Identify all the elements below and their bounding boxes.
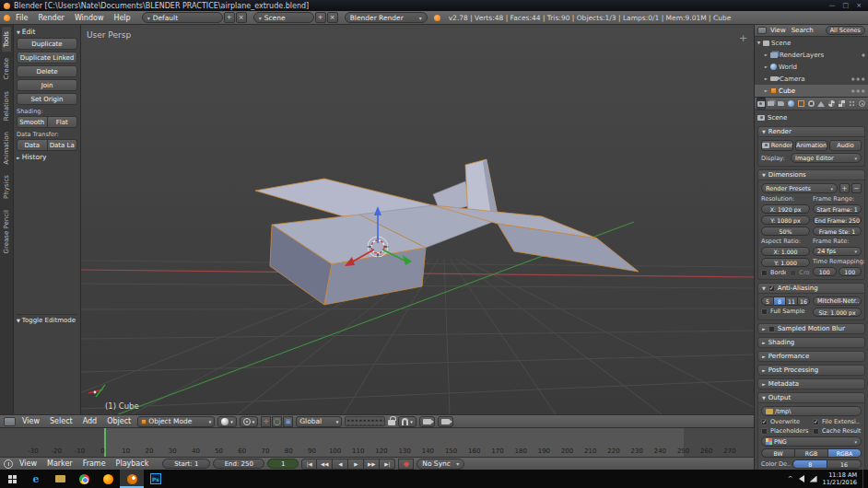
rotate-manipulator-toggle[interactable]: ◯ bbox=[272, 416, 282, 427]
aa-samples-16-button[interactable]: 16 bbox=[798, 296, 810, 306]
placeholders-checkbox[interactable]: Placeholders bbox=[761, 427, 810, 435]
timeline-marker-menu[interactable]: Marker bbox=[43, 459, 76, 468]
editor-type-3dview-icon[interactable] bbox=[4, 417, 16, 426]
record-button[interactable]: ● bbox=[398, 459, 414, 470]
snap-toggle[interactable]: ▾ bbox=[398, 416, 416, 427]
output-path-field[interactable]: /tmp\ bbox=[761, 406, 862, 416]
shade-flat-button[interactable]: Flat bbox=[48, 116, 78, 128]
visibility-toggles[interactable] bbox=[850, 88, 866, 94]
start-frame-field[interactable]: Start: 1 bbox=[162, 459, 210, 469]
end-frame-field[interactable]: End Frame: 250 bbox=[813, 215, 862, 225]
play-reverse-button[interactable]: ◀ bbox=[333, 459, 348, 470]
shade-smooth-button[interactable]: Smooth bbox=[17, 116, 48, 128]
tab-object-data[interactable] bbox=[816, 98, 826, 110]
output-panel-header[interactable]: ▼ Output bbox=[757, 392, 865, 403]
transform-orientation-selector[interactable]: Global ▾ bbox=[296, 416, 342, 427]
remap-old-field[interactable]: 100 bbox=[813, 267, 837, 276]
color-bw-button[interactable]: BW bbox=[761, 448, 795, 458]
show-desktop-button[interactable] bbox=[862, 470, 866, 488]
taskbar-chrome[interactable] bbox=[72, 470, 96, 488]
aa-samples-11-button[interactable]: 11 bbox=[786, 296, 798, 306]
tab-physics[interactable]: Physics bbox=[2, 170, 11, 203]
taskbar-blender[interactable] bbox=[120, 470, 144, 488]
outliner-search-menu[interactable]: Search bbox=[790, 27, 815, 34]
aspect-y-field[interactable]: Y: 1.000 bbox=[761, 258, 810, 267]
anti-aliasing-checkbox[interactable]: ✓ bbox=[768, 285, 775, 292]
current-frame-field[interactable]: 1 bbox=[267, 459, 299, 469]
taskbar-edge[interactable]: e bbox=[24, 470, 48, 488]
renderability-toggle[interactable] bbox=[861, 52, 866, 58]
opengl-render-button[interactable] bbox=[419, 416, 435, 427]
tab-grease-pencil[interactable]: Grease Pencil bbox=[2, 205, 11, 258]
render-presets-dropdown[interactable]: Render Presets ▾ bbox=[761, 183, 838, 193]
viewport-shading-selector[interactable]: ▾ bbox=[217, 416, 237, 427]
cache-result-checkbox[interactable]: Cache Result bbox=[813, 427, 862, 435]
timeline-view-menu[interactable]: View bbox=[16, 459, 41, 468]
close-button[interactable]: × bbox=[856, 2, 862, 9]
join-button[interactable]: Join bbox=[17, 79, 77, 91]
aa-filter-dropdown[interactable]: Mitchell-Netr.. ▾ bbox=[813, 296, 862, 306]
scene-selector[interactable]: ▾ Scene bbox=[253, 12, 314, 23]
tab-particles[interactable] bbox=[847, 98, 856, 110]
editor-type-outliner-icon[interactable] bbox=[757, 27, 767, 34]
dimensions-panel-header[interactable]: ▼ Dimensions bbox=[757, 169, 865, 180]
tab-physics[interactable] bbox=[857, 98, 866, 110]
tab-material[interactable] bbox=[827, 98, 836, 110]
maximize-button[interactable]: □ bbox=[843, 2, 850, 9]
performance-panel-header[interactable]: ► Performance bbox=[757, 351, 865, 362]
volume-icon[interactable] bbox=[799, 475, 804, 482]
play-button[interactable]: ▶ bbox=[348, 459, 364, 470]
tab-texture[interactable] bbox=[837, 98, 846, 110]
outliner-item-scene[interactable]: ▼ Scene bbox=[755, 37, 868, 49]
expand-icon[interactable]: ► bbox=[764, 52, 768, 57]
outliner-item-renderlayers[interactable]: ► RenderLayers bbox=[755, 49, 868, 61]
add-layout-button[interactable]: + bbox=[224, 12, 235, 23]
timeline-frame-menu[interactable]: Frame bbox=[79, 459, 110, 468]
delete-button[interactable]: Delete bbox=[17, 65, 77, 77]
transfer-data-layout-button[interactable]: Data La bbox=[48, 139, 78, 151]
resolution-y-field[interactable]: Y: 1080 px bbox=[761, 215, 810, 225]
motion-blur-checkbox[interactable] bbox=[768, 326, 775, 332]
aa-samples-8-button[interactable]: 8 bbox=[774, 296, 786, 306]
tab-render[interactable] bbox=[757, 98, 766, 110]
mode-selector[interactable]: Object Mode ▾ bbox=[137, 416, 215, 427]
remove-scene-button[interactable]: × bbox=[327, 12, 338, 23]
start-button[interactable] bbox=[0, 470, 24, 488]
expand-icon[interactable]: ▼ bbox=[757, 41, 761, 45]
menu-file[interactable]: File bbox=[11, 14, 32, 22]
taskbar-photoshop[interactable]: Ps bbox=[144, 470, 168, 488]
tab-world[interactable] bbox=[787, 98, 796, 110]
history-panel-header[interactable]: ► History bbox=[17, 153, 77, 161]
aa-samples-5-button[interactable]: 5 bbox=[761, 296, 774, 306]
outliner-view-menu[interactable]: View bbox=[768, 27, 788, 34]
region-expand-icon[interactable]: + bbox=[739, 32, 747, 44]
remove-layout-button[interactable]: × bbox=[236, 12, 247, 23]
menu-window[interactable]: Window bbox=[70, 14, 109, 22]
viewport-3d[interactable]: User Persp (1) Cube + bbox=[81, 25, 754, 414]
taskbar-firefox[interactable] bbox=[96, 470, 120, 488]
transfer-data-button[interactable]: Data bbox=[17, 139, 48, 151]
tab-object[interactable] bbox=[797, 98, 806, 110]
metadata-panel-header[interactable]: ► Metadata bbox=[757, 378, 865, 389]
jump-to-start-button[interactable]: |◀ bbox=[301, 459, 317, 470]
set-origin-dropdown[interactable]: Set Origin bbox=[17, 93, 77, 105]
crop-checkbox[interactable]: Crop bbox=[790, 269, 810, 276]
outliner-display-mode[interactable]: All Scenes bbox=[826, 26, 865, 35]
sync-mode-selector[interactable]: No Sync ▾ bbox=[416, 459, 464, 470]
file-format-dropdown[interactable]: PNG ▾ bbox=[761, 436, 862, 447]
frame-step-field[interactable]: Frame Ste: 1 bbox=[813, 227, 862, 236]
translate-manipulator-toggle[interactable]: ✛ bbox=[261, 416, 271, 427]
tab-animation[interactable]: Animation bbox=[2, 127, 11, 169]
edit-panel-header[interactable]: ▼ Edit bbox=[17, 28, 77, 36]
shading-panel-header[interactable]: ► Shading bbox=[757, 337, 865, 348]
duplicate-linked-button[interactable]: Duplicate Linked bbox=[17, 52, 77, 64]
expand-icon[interactable]: ► bbox=[764, 64, 768, 69]
pivot-point-selector[interactable]: ▾ bbox=[240, 416, 259, 427]
blender-logo-icon[interactable] bbox=[4, 15, 10, 21]
render-animation-button[interactable]: Animation bbox=[795, 140, 827, 151]
anti-aliasing-panel-header[interactable]: ▼ ✓ Anti-Aliasing bbox=[757, 283, 865, 294]
aa-filter-size-field[interactable]: Siz: 1.000 px bbox=[813, 308, 862, 317]
taskbar-clock[interactable]: 11:18 AM 11/21/2016 bbox=[823, 471, 857, 486]
tab-relations[interactable]: Relations bbox=[2, 87, 11, 125]
tab-create[interactable]: Create bbox=[2, 53, 11, 84]
